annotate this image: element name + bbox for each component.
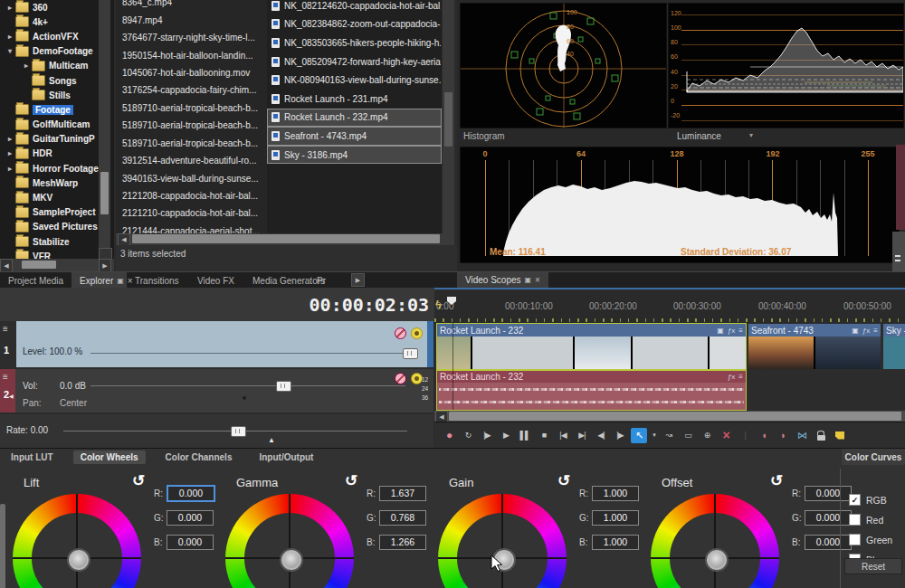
filelist-hscroll-thumb[interactable] (132, 234, 440, 243)
timeline-scrollbar[interactable]: ◀ (434, 411, 905, 422)
clip-menu-icon[interactable]: ≡ (738, 327, 743, 335)
file-item[interactable]: 1950154-hot-air-balloon-landin... (116, 46, 267, 63)
audio-track-header[interactable]: Vol: 0.0 dB Pan: Center ▼ 122436 (0, 369, 433, 413)
file-item[interactable]: 1045067-hot-air-ballooning.mov (116, 64, 267, 81)
fx-icon[interactable]: ƒx (728, 327, 735, 335)
color-wheel[interactable] (438, 494, 567, 588)
fade-in-button[interactable]: ◖ (756, 428, 772, 443)
folder-item[interactable]: MKV (0, 190, 114, 204)
color-wheel-puck[interactable] (69, 550, 89, 570)
green-value-field[interactable]: 0.768 (379, 510, 426, 526)
red-value-field[interactable]: 1.000 (592, 486, 639, 501)
video-clip-rocket-launch[interactable]: Rocket Launch - 232 ▣ ƒx ≡ (437, 324, 746, 369)
play-button[interactable]: ▶ (498, 428, 514, 443)
file-item[interactable]: 2121208-cappadocia-hot-air-bal... (116, 187, 267, 204)
color-wheel[interactable] (651, 494, 779, 588)
scroll-left-icon[interactable]: ◀ (0, 259, 13, 272)
file-item[interactable]: 5189710-aerial-tropical-beach-b... (116, 135, 267, 152)
level-slider-knob[interactable] (403, 348, 418, 359)
file-item[interactable]: 5189710-aerial-tropical-beach-b... (116, 100, 267, 117)
lock-button[interactable] (813, 428, 829, 443)
pause-button[interactable]: ▌▌ (517, 428, 533, 443)
folder-item[interactable]: ▸ 360 (0, 0, 114, 14)
clip-header[interactable]: Rocket Launch - 232 ƒx ≡ (437, 371, 746, 383)
green-value-field[interactable]: 0.000 (167, 510, 214, 526)
tab-scroll-right-icon[interactable]: ▶ (351, 273, 365, 287)
tool-dropdown[interactable]: ▾ (650, 428, 658, 443)
track-mute-icon[interactable] (395, 373, 406, 384)
color-panel-tab[interactable]: Color Channels (158, 450, 240, 464)
color-wheel[interactable] (225, 494, 354, 588)
curves-reset-button[interactable]: Reset (844, 558, 902, 574)
prev-frame-button[interactable]: ◀| (593, 428, 609, 443)
file-item[interactable]: 3940163-view-ball-during-sunse... (116, 169, 267, 186)
file-item[interactable]: NK_085209472-forward-high-key-aeria... (267, 52, 442, 71)
panel-scroll-strip[interactable] (0, 504, 5, 588)
collapse-arrow-icon[interactable]: ◀ (9, 393, 14, 399)
track-menu-icon[interactable]: ≡ (3, 372, 8, 382)
dock-tab[interactable]: Video FX ▣ × (189, 272, 244, 289)
filelist-scroll-thumb[interactable] (444, 92, 452, 147)
clip-header[interactable]: Rocket Launch - 232 ▣ ƒx ≡ (437, 324, 746, 337)
close-icon[interactable]: × (535, 275, 540, 285)
folder-item[interactable]: Songs (0, 73, 114, 88)
expand-arrow-icon[interactable]: ▸ (5, 135, 15, 143)
window-icon[interactable]: ▣ (525, 276, 532, 284)
blue-value-field[interactable]: 1.266 (379, 535, 426, 550)
file-item[interactable]: 3176254-cappadocia-fairy-chim... (116, 81, 267, 99)
file-item[interactable]: Rocket Launch - 232.mp4 (267, 109, 442, 128)
color-panel-tab[interactable]: Input LUT (4, 450, 61, 464)
folder-item[interactable]: Saved Pictures (0, 220, 114, 234)
folder-item[interactable]: MeshWarp (0, 175, 114, 190)
filelist-horizontal-scrollbar[interactable]: ◀ (116, 233, 454, 245)
filelist-vertical-scrollbar[interactable] (443, 0, 454, 233)
folder-item[interactable]: GolfMulticam (0, 118, 114, 132)
timeline-scroll-thumb[interactable] (449, 412, 901, 421)
audio-clip-rocket-launch[interactable]: Rocket Launch - 232 ƒx ≡ (437, 371, 746, 410)
channel-checkbox[interactable]: Green (849, 534, 892, 545)
blue-value-field[interactable]: 0.000 (167, 535, 214, 550)
tree-vertical-scrollbar[interactable] (99, 0, 110, 248)
video-clip-sky[interactable]: Sky - 3186 (883, 324, 905, 369)
go-to-end-button[interactable]: ▶| (574, 428, 590, 443)
folder-item[interactable]: Stabilize (0, 234, 114, 249)
clip-menu-icon[interactable]: ≡ (873, 327, 878, 335)
green-value-field[interactable]: 1.000 (592, 510, 639, 526)
vol-slider[interactable] (90, 385, 405, 386)
dock-tab[interactable]: Explorer ▣ × (71, 272, 127, 289)
video-track-header[interactable]: Level: 100.0 % (0, 321, 427, 367)
luminance-dropdown[interactable]: Luminance (677, 131, 721, 141)
scroll-left-icon[interactable]: ◀ (118, 233, 130, 246)
color-wheel[interactable] (13, 494, 141, 588)
timeline-ruler[interactable]: ϟ 0:0000:00:10:0000:00:20:0000:00:30:000… (434, 294, 905, 324)
folder-item[interactable]: ▸ GuitarTuningP (0, 132, 114, 147)
expand-arrow-icon[interactable]: ▸ (5, 4, 15, 12)
tab-video-scopes[interactable]: Video Scopes ▣ × (457, 272, 548, 288)
checkbox-icon[interactable] (849, 514, 861, 526)
dock-tab[interactable]: Media Generators ▣ × (244, 272, 309, 289)
stop-button[interactable]: ■ (536, 428, 552, 443)
pan-crop-icon[interactable]: ▣ (717, 327, 724, 335)
timecode-display[interactable]: 00:00:02:03 (0, 288, 434, 321)
folder-item[interactable]: Footage (0, 102, 114, 117)
file-item[interactable]: 3764677-starry-night-sky-time-l... (116, 29, 267, 46)
folder-item[interactable]: 4k+ (0, 14, 114, 29)
level-slider[interactable] (90, 353, 405, 354)
folder-item[interactable]: ▸ Multicam (0, 59, 114, 73)
wheel-reset-button[interactable]: ↺ (770, 471, 783, 490)
color-wheel-puck[interactable] (707, 550, 727, 570)
checkbox-icon[interactable]: ✓ (849, 494, 861, 506)
record-button[interactable]: ● (441, 428, 457, 443)
wheel-reset-button[interactable]: ↺ (557, 471, 570, 490)
loop-playback-button[interactable]: ↻ (460, 428, 476, 443)
file-item[interactable]: NK-080940163-view-ball-during-sunse... (267, 71, 442, 90)
red-value-field[interactable]: 0.000 (167, 485, 215, 502)
folder-item[interactable]: ▸ HDR (0, 147, 114, 161)
expand-arrow-icon[interactable]: ▸ (21, 62, 32, 70)
expand-arrow-icon[interactable]: ▸ (5, 33, 15, 41)
channel-checkbox[interactable]: Red (849, 514, 883, 526)
split-button[interactable]: ⋈ (794, 428, 810, 443)
channel-checkbox[interactable]: ✓ RGB (849, 494, 887, 506)
checkbox-icon[interactable] (849, 534, 861, 545)
pan-center-marker[interactable]: ▼ (241, 394, 248, 403)
